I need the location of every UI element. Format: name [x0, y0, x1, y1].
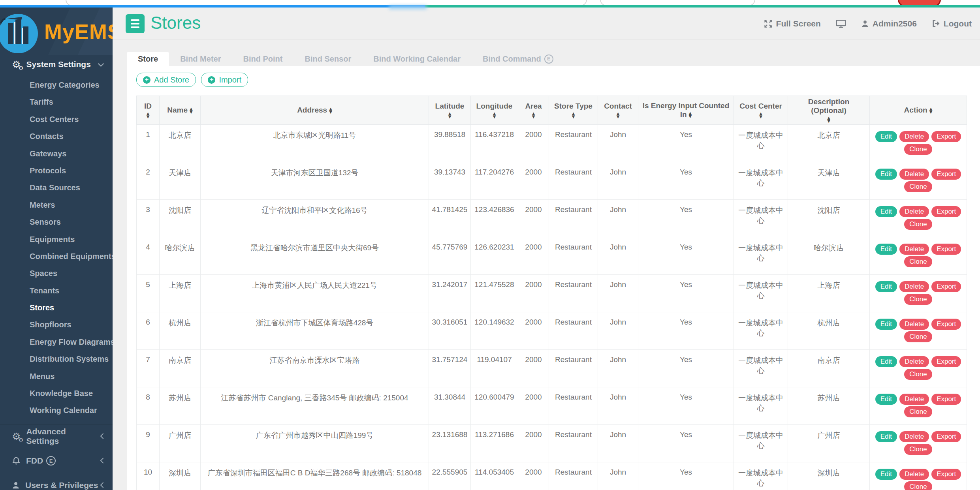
sidebar-item-energy-categories[interactable]: Energy Categories	[0, 77, 113, 94]
fullscreen-button[interactable]: Full Screen	[764, 19, 821, 28]
col-header-description-optional[interactable]: Description (Optional)▲▼	[788, 96, 870, 125]
sidebar-item-gateways[interactable]: Gateways	[0, 145, 113, 162]
delete-button[interactable]: Delete	[899, 169, 929, 180]
sidebar-item-tariffs[interactable]: Tariffs	[0, 94, 113, 111]
sidebar-item-spaces[interactable]: Spaces	[0, 265, 113, 282]
col-header-latitude[interactable]: Latitude▲▼	[429, 96, 471, 125]
col-header-longitude[interactable]: Longitude▲▼	[471, 96, 518, 125]
sidebar-item-meters[interactable]: Meters	[0, 197, 113, 214]
delete-button[interactable]: Delete	[899, 356, 929, 367]
export-button[interactable]: Export	[931, 131, 961, 142]
sidebar-section-users-privileges[interactable]: Users & Privileges	[0, 477, 113, 490]
export-button[interactable]: Export	[931, 469, 961, 480]
tab-bind-point[interactable]: Bind Point	[232, 52, 293, 66]
sidebar-item-sensors[interactable]: Sensors	[0, 214, 113, 231]
tab-bind-meter[interactable]: Bind Meter	[169, 52, 232, 66]
col-header-id[interactable]: ID▲▼	[137, 96, 160, 125]
clone-button[interactable]: Clone	[904, 369, 932, 380]
logout-button[interactable]: Logout	[932, 19, 972, 28]
display-toggle-button[interactable]	[836, 19, 846, 28]
edit-button[interactable]: Edit	[875, 431, 897, 442]
edit-button[interactable]: Edit	[875, 319, 897, 330]
delete-button[interactable]: Delete	[899, 319, 929, 330]
sidebar-item-shopfloors[interactable]: Shopfloors	[0, 316, 113, 333]
cell-contact: John	[598, 200, 638, 237]
edit-button[interactable]: Edit	[875, 281, 897, 292]
sidebar-section-advanced-settings[interactable]: ⚙⚙Advanced Settings	[0, 428, 113, 445]
tab-bind-working-calendar[interactable]: Bind Working Calendar	[362, 52, 472, 66]
delete-button[interactable]: Delete	[899, 469, 929, 480]
export-button[interactable]: Export	[931, 431, 961, 442]
sidebar-item-combined-equipments[interactable]: Combined Equipments	[0, 248, 113, 265]
edit-button[interactable]: Edit	[875, 394, 897, 405]
clone-button[interactable]: Clone	[904, 331, 932, 342]
clone-button[interactable]: Clone	[904, 181, 932, 192]
col-header-is-energy-input-counted-in[interactable]: Is Energy Input Counted In▲▼	[638, 96, 734, 125]
browser-search-box[interactable]	[600, 0, 755, 5]
add-store-button[interactable]: + Add Store	[136, 73, 196, 87]
edit-button[interactable]: Edit	[875, 206, 897, 217]
col-header-name[interactable]: Name▲▼	[160, 96, 201, 125]
delete-button[interactable]: Delete	[899, 431, 929, 442]
export-button[interactable]: Export	[931, 206, 961, 217]
clone-button[interactable]: Clone	[904, 481, 932, 490]
clone-button[interactable]: Clone	[904, 144, 932, 155]
logo-block[interactable]: MyEMS	[0, 8, 113, 55]
tab-store[interactable]: Store	[127, 52, 169, 66]
cell-latitude: 39.13743	[429, 162, 471, 200]
sidebar-item-cost-centers[interactable]: Cost Centers	[0, 111, 113, 128]
cell-cost-center: 一度城成本中心	[734, 425, 788, 462]
col-header-contact[interactable]: Contact▲▼	[598, 96, 638, 125]
sidebar-item-tenants[interactable]: Tenants	[0, 282, 113, 299]
col-header-cost-center[interactable]: Cost Center▲▼	[734, 96, 788, 125]
clone-button[interactable]: Clone	[904, 444, 932, 455]
menu-toggle-button[interactable]	[126, 14, 145, 33]
browser-address-bar[interactable]	[66, 0, 587, 5]
export-button[interactable]: Export	[931, 169, 961, 180]
clone-button[interactable]: Clone	[904, 219, 932, 230]
edit-button[interactable]: Edit	[875, 244, 897, 255]
sidebar-item-menus[interactable]: Menus	[0, 368, 113, 385]
delete-button[interactable]: Delete	[899, 394, 929, 405]
col-header-action[interactable]: Action▲▼	[870, 96, 967, 125]
export-button[interactable]: Export	[931, 281, 961, 292]
sidebar-item-equipments[interactable]: Equipments	[0, 231, 113, 248]
tab-bind-command[interactable]: Bind CommandE	[472, 52, 564, 66]
tab-bind-sensor[interactable]: Bind Sensor	[293, 52, 362, 66]
browser-chrome-strip	[0, 0, 980, 5]
edit-button[interactable]: Edit	[875, 356, 897, 367]
sidebar-item-working-calendar[interactable]: Working Calendar	[0, 402, 113, 419]
clone-button[interactable]: Clone	[904, 256, 932, 267]
sidebar-item-knowledge-base[interactable]: Knowledge Base	[0, 385, 113, 402]
user-menu[interactable]: Admin2506	[861, 19, 917, 28]
import-button[interactable]: + Import	[201, 73, 248, 87]
export-button[interactable]: Export	[931, 394, 961, 405]
delete-button[interactable]: Delete	[899, 206, 929, 217]
export-button[interactable]: Export	[931, 319, 961, 330]
sidebar-item-energy-flow-diagrams[interactable]: Energy Flow Diagrams	[0, 334, 113, 351]
sidebar-section-fdd[interactable]: FDDE	[0, 452, 113, 470]
cell-description: 深圳店	[788, 462, 870, 490]
sidebar-item-stores[interactable]: Stores	[0, 299, 113, 316]
edit-button[interactable]: Edit	[875, 469, 897, 480]
import-label: Import	[219, 75, 241, 84]
sidebar-item-protocols[interactable]: Protocols	[0, 162, 113, 179]
col-header-address[interactable]: Address▲▼	[201, 96, 429, 125]
col-header-store-type[interactable]: Store Type▲▼	[549, 96, 598, 125]
export-button[interactable]: Export	[931, 356, 961, 367]
edit-button[interactable]: Edit	[875, 131, 897, 142]
clone-button[interactable]: Clone	[904, 294, 932, 305]
sidebar-item-contacts[interactable]: Contacts	[0, 128, 113, 145]
sidebar-item-distribution-systems[interactable]: Distribution Systems	[0, 351, 113, 368]
delete-button[interactable]: Delete	[899, 131, 929, 142]
edit-button[interactable]: Edit	[875, 169, 897, 180]
sidebar-item-data-sources[interactable]: Data Sources	[0, 179, 113, 196]
browser-red-button[interactable]	[898, 0, 941, 5]
export-button[interactable]: Export	[931, 244, 961, 255]
clone-button[interactable]: Clone	[904, 406, 932, 417]
delete-button[interactable]: Delete	[899, 244, 929, 255]
delete-button[interactable]: Delete	[899, 281, 929, 292]
col-header-area[interactable]: Area▲▼	[518, 96, 549, 125]
cell-name: 沈阳店	[160, 200, 201, 237]
sidebar-section-system-settings[interactable]: ⚙⚙ System Settings	[0, 55, 113, 73]
